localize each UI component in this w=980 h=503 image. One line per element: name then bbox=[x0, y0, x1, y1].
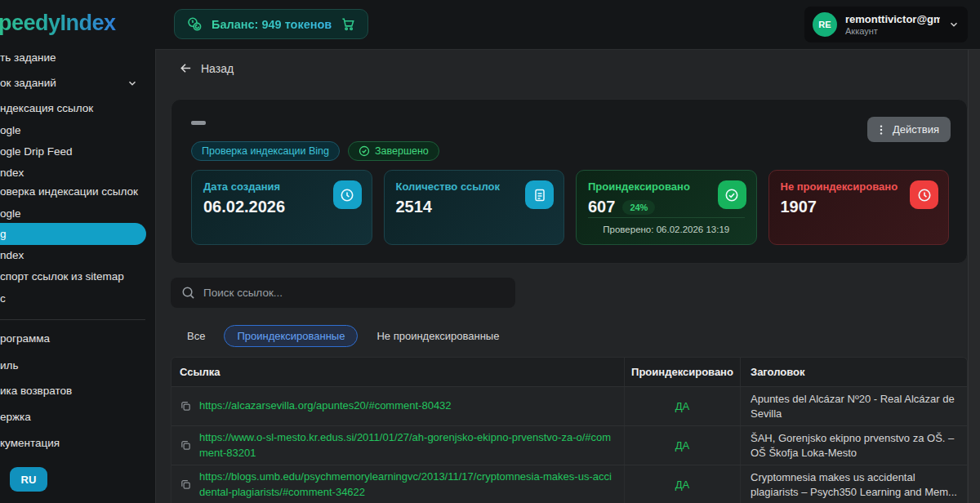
sidebar: ть задание ок заданий ндексация ссылок o… bbox=[0, 49, 155, 503]
sidebar-item-label: кументация bbox=[0, 437, 60, 449]
sidebar-item-label: рограмма bbox=[0, 332, 50, 345]
balance-widget[interactable]: Баланс: 949 токенов bbox=[174, 9, 368, 39]
account-menu[interactable]: RE remonttivictor@gmai... Аккаунт bbox=[804, 7, 968, 42]
back-label: Назад bbox=[201, 62, 234, 75]
task-type-badge: Проверка индексации Bing bbox=[191, 141, 340, 161]
sidebar-item-label: g bbox=[0, 228, 7, 240]
sidebar-divider bbox=[0, 319, 145, 320]
table-row: https://blogs.umb.edu/psychmemorylearnin… bbox=[172, 465, 967, 503]
task-status-badge: Завершено bbox=[348, 141, 439, 161]
sidebar-item-google[interactable]: ogle bbox=[0, 123, 21, 138]
copy-icon[interactable] bbox=[180, 479, 192, 491]
stats-row: Дата создания 06.02.2026 Количество ссыл… bbox=[191, 170, 949, 245]
column-header-indexed: Проиндексировано bbox=[625, 358, 741, 386]
language-button[interactable]: RU bbox=[10, 467, 47, 492]
link-url[interactable]: https://blogs.umb.edu/psychmemorylearnin… bbox=[199, 470, 616, 501]
sidebar-item-google-check[interactable]: ogle bbox=[0, 207, 21, 221]
filter-all[interactable]: Все bbox=[179, 326, 213, 346]
account-text: remonttivictor@gmai... Аккаунт bbox=[845, 13, 940, 36]
account-caption: Аккаунт bbox=[845, 26, 940, 36]
table-row: https://www.o-sl-mesto.kr.edus.si/2011/0… bbox=[172, 426, 967, 465]
sidebar-item-label: ть задание bbox=[0, 51, 56, 64]
avatar: RE bbox=[813, 12, 837, 37]
check-circle-icon bbox=[359, 145, 370, 157]
back-button[interactable]: Назад bbox=[179, 61, 234, 75]
brand-logo[interactable]: peedyIndex bbox=[0, 11, 116, 36]
search-icon bbox=[181, 286, 195, 300]
table-header-row: Ссылка Проиндексировано Заголовок bbox=[172, 358, 967, 387]
sidebar-item-documentation[interactable]: кументация bbox=[0, 436, 60, 451]
table-row: https://alcazarsevilla.org/apuntes20/#co… bbox=[172, 387, 967, 426]
stat-card-created: Дата создания 06.02.2026 bbox=[191, 170, 372, 245]
sidebar-item-label: оверка индексации ссылок bbox=[0, 185, 138, 198]
link-url[interactable]: https://alcazarsevilla.org/apuntes20/#co… bbox=[199, 398, 452, 414]
link-url[interactable]: https://www.o-sl-mesto.kr.edus.si/2011/0… bbox=[199, 430, 616, 461]
links-table: Ссылка Проиндексировано Заголовок https:… bbox=[171, 357, 968, 503]
stat-value: 607 bbox=[588, 198, 615, 216]
stat-divider bbox=[588, 217, 745, 218]
clock-icon bbox=[333, 180, 362, 209]
stat-value: 2514 bbox=[396, 198, 433, 216]
column-header-link: Ссылка bbox=[172, 358, 625, 386]
copy-icon[interactable] bbox=[180, 400, 192, 412]
kebab-menu-icon bbox=[875, 124, 887, 136]
sidebar-item-yandex-check[interactable]: ndex bbox=[0, 248, 24, 263]
balance-label: Баланс: 949 токенов bbox=[212, 18, 332, 31]
sidebar-item-label: ндексация ссылок bbox=[0, 102, 93, 114]
sidebar-item-google-drip-feed[interactable]: ogle Drip Feed bbox=[0, 145, 73, 159]
clock-icon bbox=[910, 180, 938, 209]
stat-card-not-indexed: Не проиндексировано 1907 bbox=[768, 170, 950, 245]
stat-value: 06.02.2026 bbox=[203, 198, 285, 216]
sidebar-item-label: ика возвратов bbox=[0, 385, 72, 397]
filter-indexed[interactable]: Проиндексированные bbox=[224, 325, 358, 347]
task-badges: Проверка индексации Bing Завершено bbox=[191, 141, 439, 161]
topbar: peedyIndex Баланс: 949 токенов RE remont… bbox=[0, 0, 980, 49]
search-input[interactable] bbox=[203, 287, 505, 299]
account-email: remonttivictor@gmai... bbox=[845, 13, 940, 25]
sidebar-item-label: c bbox=[0, 292, 6, 305]
arrow-left-icon bbox=[179, 61, 193, 75]
actions-button[interactable]: Действия bbox=[867, 117, 951, 142]
chevron-down-icon bbox=[127, 78, 138, 93]
sidebar-item-yandex[interactable]: ndex bbox=[0, 166, 24, 180]
copy-icon[interactable] bbox=[180, 439, 192, 452]
filter-not-indexed[interactable]: Не проиндексированные bbox=[368, 326, 507, 346]
scrollbar[interactable] bbox=[968, 50, 980, 503]
sidebar-item-label: ogle bbox=[0, 207, 21, 220]
check-circle-icon bbox=[718, 180, 746, 209]
sidebar-item-add-task[interactable]: ть задание bbox=[0, 51, 56, 65]
sidebar-item-label: ndex bbox=[0, 167, 24, 179]
sidebar-item-misc[interactable]: c bbox=[0, 292, 6, 306]
coins-icon bbox=[186, 16, 203, 33]
indexed-status: ДА bbox=[675, 439, 689, 452]
sidebar-item-label: ержка bbox=[0, 411, 31, 423]
page-title-cell: Cryptomnesia makes us accidental plagiar… bbox=[751, 470, 957, 499]
indexed-percent-badge: 24% bbox=[622, 200, 655, 215]
actions-label: Действия bbox=[893, 123, 939, 136]
filter-tabs: Все Проиндексированные Не проиндексирова… bbox=[179, 325, 507, 347]
stat-card-links: Количество ссылок 2514 bbox=[384, 170, 565, 245]
sidebar-item-profile[interactable]: иль bbox=[0, 358, 18, 373]
cart-icon[interactable] bbox=[341, 16, 356, 32]
sidebar-item-label: ogle Drip Feed bbox=[0, 145, 73, 158]
sidebar-item-label: иль bbox=[0, 359, 18, 372]
sidebar-item-sitemap-export[interactable]: спорт ссылок из sitemap bbox=[0, 269, 124, 284]
sidebar-item-bing-active[interactable]: g bbox=[0, 223, 146, 245]
checked-at-note: Проверено: 06.02.2026 13:19 bbox=[577, 225, 756, 234]
sidebar-item-refund-policy[interactable]: ика возвратов bbox=[0, 384, 72, 398]
sidebar-item-label: спорт ссылок из sitemap bbox=[0, 270, 124, 283]
sidebar-item-index-check[interactable]: оверка индексации ссылок bbox=[0, 185, 138, 199]
column-header-title: Заголовок bbox=[741, 358, 967, 386]
sidebar-item-link-indexing[interactable]: ндексация ссылок bbox=[0, 101, 93, 116]
page-title-cell: Apuntes del Alcázar Nº20 - Real Alcázar … bbox=[751, 392, 957, 421]
title-placeholder-dash bbox=[191, 121, 206, 125]
sidebar-item-label: ndex bbox=[0, 249, 24, 261]
sidebar-item-support[interactable]: ержка bbox=[0, 410, 31, 425]
sidebar-item-label: ogle bbox=[0, 124, 21, 136]
task-summary-card: Действия Проверка индексации Bing Заверш… bbox=[171, 99, 968, 264]
sidebar-item-task-list[interactable]: ок заданий bbox=[0, 76, 56, 91]
task-type-label: Проверка индексации Bing bbox=[202, 145, 329, 157]
sidebar-item-program[interactable]: рограмма bbox=[0, 332, 50, 346]
search-box bbox=[171, 278, 515, 308]
task-status-label: Завершено bbox=[375, 145, 429, 157]
